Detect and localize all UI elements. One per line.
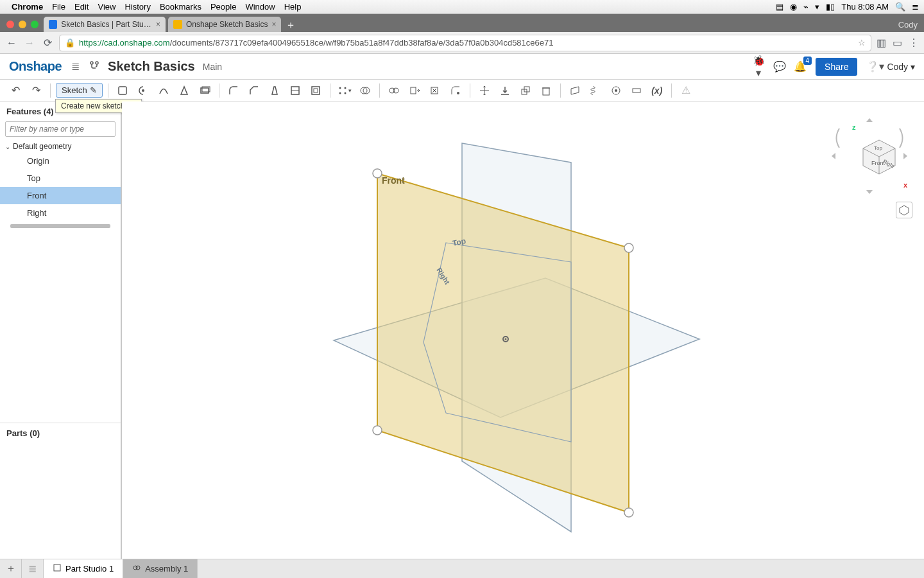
derived-icon[interactable] (517, 82, 535, 100)
mac-menu-people[interactable]: People (210, 2, 236, 12)
mac-menu-history[interactable]: History (124, 2, 150, 12)
notifications-button[interactable]: 🔔4 (794, 60, 807, 73)
sketch-button[interactable]: Sketch ✎ (56, 83, 103, 98)
comment-icon[interactable]: 💬 (773, 60, 785, 73)
browser-tab-2[interactable]: Onshape Sketch Basics × (168, 17, 281, 32)
plane-handle[interactable] (373, 169, 382, 178)
wifi-icon[interactable]: ▾ (815, 2, 819, 12)
chamfer-icon[interactable] (245, 82, 263, 100)
import-icon[interactable] (496, 82, 514, 100)
browser-tab-1[interactable]: Sketch Basics | Part Studi… × (44, 17, 166, 32)
spotlight-icon[interactable]: 🔍 (895, 2, 905, 12)
redo-button[interactable]: ↷ (27, 82, 45, 100)
pattern-icon[interactable]: ▾ (336, 82, 354, 100)
branch-icon[interactable] (89, 60, 100, 73)
battery-icon[interactable]: ▮▯ (826, 2, 835, 12)
svg-point-11 (345, 92, 346, 94)
onshape-logo[interactable]: Onshape (9, 59, 62, 74)
chrome-tab-strip: Sketch Basics | Part Studi… × Onshape Sk… (0, 14, 924, 32)
forward-button[interactable]: → (23, 37, 36, 49)
front-plane[interactable] (377, 173, 629, 512)
branch-name[interactable]: Main (203, 62, 222, 72)
rollback-bar[interactable] (10, 224, 110, 228)
tab-close-icon[interactable]: × (271, 20, 276, 29)
delete-part-icon[interactable] (537, 82, 555, 100)
mac-menu-view[interactable]: View (98, 2, 116, 12)
mac-menu-help[interactable]: Help (284, 2, 302, 12)
dock-icon[interactable]: ▤ (776, 2, 783, 12)
variable-icon[interactable]: (x) (648, 82, 666, 100)
undo-button[interactable]: ↶ (6, 82, 24, 100)
extrude-icon[interactable] (114, 82, 132, 100)
mac-menu-bookmarks[interactable]: Bookmarks (160, 2, 201, 12)
feature-item-top[interactable]: Top (0, 170, 121, 187)
model-viewport[interactable]: Front Top Right z x Front Right Top (122, 101, 924, 559)
transform-icon[interactable] (475, 82, 493, 100)
back-button[interactable]: ← (5, 37, 18, 49)
menu-icon[interactable]: ≣ (69, 60, 81, 73)
delete-face-icon[interactable] (426, 82, 444, 100)
cast-icon[interactable]: ▭ (893, 37, 902, 49)
rib-icon[interactable] (286, 82, 304, 100)
svg-point-20 (457, 92, 459, 94)
boolean-icon[interactable] (356, 82, 374, 100)
bluetooth-icon[interactable]: ⌁ (803, 2, 809, 12)
default-geometry-group[interactable]: ⌄ Default geometry (0, 141, 121, 152)
tab-assembly-1[interactable]: Assembly 1 (123, 559, 198, 578)
notification-center-icon[interactable]: ≣ (912, 2, 919, 12)
browser-profile-label[interactable]: Cody (898, 20, 924, 32)
thicken-icon[interactable] (196, 82, 214, 100)
loft-icon[interactable] (175, 82, 193, 100)
bug-icon[interactable]: 🐞▾ (753, 55, 764, 79)
split-icon[interactable] (385, 82, 403, 100)
add-tab-button[interactable]: ＋ (0, 559, 22, 578)
reload-button[interactable]: ⟳ (41, 37, 54, 49)
mac-app-name[interactable]: Chrome (12, 2, 43, 12)
isometric-view-button[interactable] (896, 202, 912, 218)
sweep-icon[interactable] (155, 82, 173, 100)
tab-close-icon[interactable]: × (156, 20, 160, 29)
mate-connector-icon[interactable] (607, 82, 625, 100)
helix-icon[interactable] (586, 82, 604, 100)
chrome-menu-icon[interactable]: ⋮ (909, 37, 919, 49)
extension-icon[interactable]: ▥ (877, 37, 886, 49)
draft-icon[interactable] (266, 82, 284, 100)
tab-label: Part Studio 1 (65, 564, 114, 574)
document-tab-bar: ＋ ≣ Part Studio 1 Assembly 1 (0, 559, 924, 578)
document-title[interactable]: Sketch Basics (108, 59, 195, 74)
mac-menu-file[interactable]: File (52, 2, 65, 12)
bookmark-star-icon[interactable]: ☆ (858, 38, 866, 48)
plane-icon[interactable] (566, 82, 584, 100)
fillet-icon[interactable] (225, 82, 243, 100)
sheet-metal-icon[interactable] (628, 82, 646, 100)
address-bar[interactable]: 🔒 https://cad.onshape.com/documents/8737… (59, 35, 871, 51)
tab-part-studio-1[interactable]: Part Studio 1 (44, 559, 123, 578)
mac-menu-window[interactable]: Window (245, 2, 275, 12)
feature-item-origin[interactable]: Origin (0, 152, 121, 170)
tab-list-button[interactable]: ≣ (22, 559, 44, 578)
user-menu[interactable]: Cody ▾ (887, 62, 915, 72)
svg-point-15 (393, 88, 398, 93)
revolve-icon[interactable] (134, 82, 152, 100)
window-zoom-button[interactable] (31, 21, 38, 28)
plane-handle[interactable] (624, 508, 633, 517)
window-minimize-button[interactable] (19, 21, 26, 28)
help-icon[interactable]: ❔▾ (866, 60, 878, 73)
shell-icon[interactable] (307, 82, 325, 100)
share-button[interactable]: Share (816, 58, 857, 76)
mac-menu-edit[interactable]: Edit (74, 2, 89, 12)
modify-fillet-icon[interactable] (447, 82, 465, 100)
feature-filter-input[interactable] (5, 121, 116, 137)
move-face-icon[interactable] (406, 82, 424, 100)
warning-icon[interactable]: ⚠ (677, 82, 695, 100)
svg-rect-7 (314, 89, 318, 92)
mac-clock[interactable]: Thu 8:08 AM (841, 2, 889, 12)
view-cube[interactable]: z x Front Right Top (828, 114, 911, 198)
window-close-button[interactable] (6, 21, 14, 28)
plane-handle[interactable] (373, 426, 382, 435)
plane-handle[interactable] (624, 243, 633, 252)
new-tab-button[interactable]: ＋ (284, 18, 298, 32)
feature-item-front[interactable]: Front (0, 187, 121, 204)
feature-item-right[interactable]: Right (0, 204, 121, 222)
sync-icon[interactable]: ◉ (790, 2, 797, 12)
